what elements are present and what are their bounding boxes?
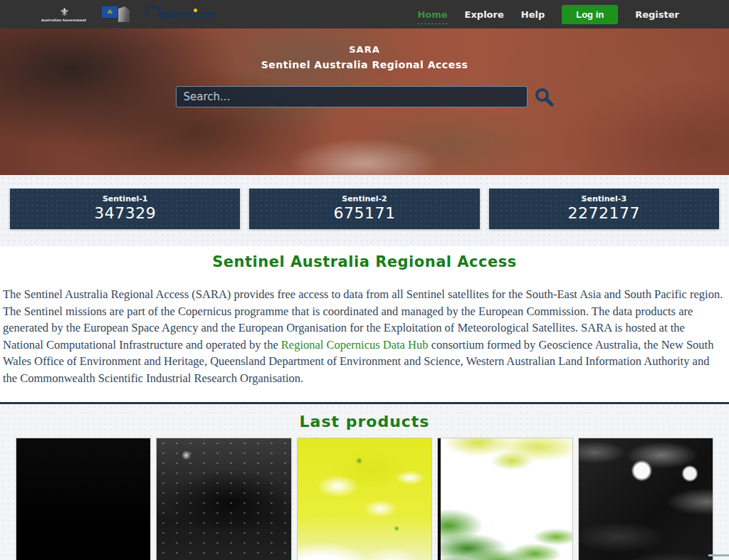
stats-section: Sentinel-1 347329 Sentinel-2 675171 Sent… <box>0 175 729 246</box>
below-fold-element-edge <box>708 554 729 556</box>
regional-copernicus-data-hub-link[interactable]: Regional Copernicus Data Hub <box>281 338 429 352</box>
australian-government-logo[interactable]: ⚜ Australian Government <box>41 7 86 22</box>
stat-card-sentinel-3[interactable]: Sentinel-3 2272177 <box>489 189 719 229</box>
nav-item-register[interactable]: Register <box>635 9 679 20</box>
stat-value: 347329 <box>10 204 240 222</box>
about-paragraph: The Sentinel Australia Regional Access (… <box>3 286 726 386</box>
australian-crest-icon: ⚜ <box>60 7 68 18</box>
australian-government-label: Australian Government <box>41 19 86 22</box>
copernicus-logo[interactable]: opernicus <box>145 6 216 23</box>
product-image <box>298 438 431 560</box>
product-image <box>16 438 150 560</box>
stat-label: Sentinel-1 <box>10 194 240 204</box>
product-thumbnail-5[interactable] <box>578 438 713 560</box>
product-thumbnail-3[interactable] <box>297 438 432 560</box>
product-image <box>438 438 572 560</box>
stat-label: Sentinel-3 <box>489 194 719 204</box>
product-image <box>157 438 290 560</box>
search-icon <box>534 87 554 107</box>
nav-item-home[interactable]: Home <box>417 9 447 24</box>
hero-banner: SARA Sentinel Australia Regional Access <box>0 28 729 175</box>
hero-subtitle: Sentinel Australia Regional Access <box>0 59 729 70</box>
stat-label: Sentinel-2 <box>249 194 479 204</box>
copernicus-wordmark: opernicus <box>157 9 216 20</box>
nav-item-explore[interactable]: Explore <box>465 9 504 20</box>
product-thumbnails-row <box>0 438 729 560</box>
stat-card-sentinel-1[interactable]: Sentinel-1 347329 <box>10 189 240 229</box>
search-input[interactable] <box>176 86 528 107</box>
product-image <box>579 438 713 560</box>
last-products-heading: Last products <box>0 413 729 430</box>
product-thumbnail-2[interactable] <box>156 438 291 560</box>
stat-value: 675171 <box>249 204 479 222</box>
nav-item-help[interactable]: Help <box>521 9 545 20</box>
eu-flag-icon: ⁂ <box>102 6 117 18</box>
ec-building-icon <box>118 6 130 22</box>
european-commission-logo[interactable]: ⁂ <box>102 6 130 22</box>
stat-card-sentinel-2[interactable]: Sentinel-2 675171 <box>249 189 479 229</box>
login-button[interactable]: Log in <box>562 5 618 24</box>
top-navbar: ⚜ Australian Government ⁂ opernicus Home… <box>0 0 729 28</box>
search-button[interactable] <box>534 87 554 107</box>
product-thumbnail-1[interactable] <box>16 438 151 560</box>
spacer <box>0 386 729 402</box>
stat-value: 2272177 <box>489 204 719 222</box>
nav-links: Home Explore Help Log in Register <box>417 5 679 24</box>
product-thumbnail-4[interactable] <box>437 438 572 560</box>
about-section: Sentinel Australia Regional Access The S… <box>0 246 729 386</box>
about-heading: Sentinel Australia Regional Access <box>3 253 726 270</box>
logo-group: ⚜ Australian Government ⁂ opernicus <box>41 0 216 28</box>
copernicus-swoosh-icon <box>142 2 166 26</box>
hero-title: SARA <box>0 28 729 55</box>
last-products-section: Last products <box>0 404 729 560</box>
